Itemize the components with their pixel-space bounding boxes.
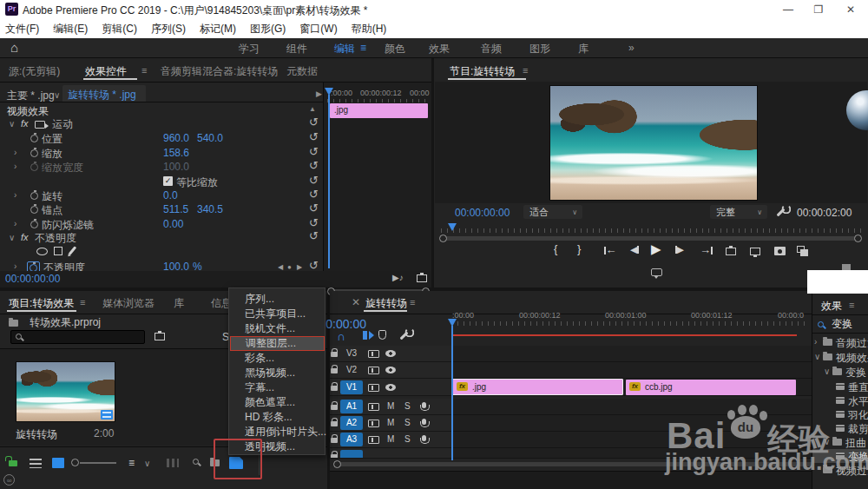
previous-keyframe-icon[interactable]: ◀ — [278, 263, 283, 271]
clip-name[interactable]: 旋转转场 — [16, 427, 57, 442]
comment-bubble-icon[interactable] — [651, 268, 662, 276]
track-name-v1[interactable]: V1 — [340, 380, 363, 394]
track-content-v2[interactable] — [451, 362, 868, 379]
stopwatch-icon[interactable] — [30, 206, 38, 214]
mark-in-icon[interactable]: { — [554, 242, 557, 255]
lock-icon[interactable] — [331, 405, 338, 410]
flyout-icon[interactable]: ▶ — [316, 89, 322, 98]
reset-icon[interactable]: ↺ — [309, 203, 319, 214]
chevron-right-icon[interactable]: › — [14, 162, 16, 171]
reset-icon[interactable]: ↺ — [309, 261, 319, 271]
scale-value[interactable]: 158.6 — [163, 147, 189, 159]
program-scrollbar[interactable] — [441, 236, 861, 241]
track-name-a1[interactable]: A1 — [340, 400, 363, 413]
program-playhead-marker[interactable] — [448, 223, 457, 231]
icon-view-icon[interactable] — [52, 458, 64, 468]
settings-wrench-icon[interactable] — [777, 208, 786, 217]
workspace-overflow-icon[interactable]: » — [628, 42, 635, 54]
panel-menu-icon[interactable]: ≡ — [410, 297, 415, 307]
tab-metadata[interactable]: 元数据 — [286, 64, 318, 79]
track-content-master-partial[interactable] — [451, 448, 868, 459]
effects-tree-item[interactable]: 水平翻转 — [812, 393, 868, 407]
toggle-track-output-eye-icon[interactable] — [385, 384, 396, 391]
mini-clip[interactable]: .jpg — [330, 103, 428, 118]
reset-icon[interactable]: ↺ — [309, 218, 319, 228]
ellipse-mask-icon[interactable] — [36, 248, 48, 255]
restore-button[interactable]: ❐ — [810, 1, 827, 18]
timeline-clip-jpg[interactable]: fx .jpg — [452, 379, 623, 395]
close-tab-icon[interactable]: ✕ — [352, 296, 360, 308]
chevron-down-icon[interactable]: ∨ — [144, 459, 150, 468]
effects-tree-item[interactable]: ∨ 扭曲 — [812, 435, 868, 449]
lock-icon[interactable] — [331, 368, 338, 373]
zoom-slider-track[interactable] — [80, 462, 116, 464]
panel-menu-icon[interactable]: ≡ — [80, 297, 85, 307]
effects-tree-item[interactable]: 裁剪 — [812, 421, 868, 435]
source-patch-icon[interactable] — [368, 384, 379, 392]
lock-icon[interactable] — [331, 386, 338, 391]
effects-tree-item[interactable]: 羽化边缘 — [812, 407, 868, 421]
section-collapse-icon[interactable]: ▲ — [309, 105, 316, 113]
opacity-group-label[interactable]: 不透明度 — [35, 231, 76, 246]
scroll-handle-right[interactable] — [854, 235, 862, 242]
menu-item-color-matte[interactable]: 颜色遮罩... — [230, 395, 325, 410]
workspace-tab-libraries[interactable]: 库 — [578, 42, 589, 56]
export-frame-icon[interactable] — [774, 247, 786, 255]
lock-icon[interactable] — [331, 454, 338, 459]
tab-effect-controls[interactable]: 效果控件 — [85, 64, 127, 79]
source-patch-icon[interactable] — [368, 350, 379, 358]
tab-effects[interactable]: 效果 — [821, 299, 842, 314]
reset-icon[interactable]: ↺ — [309, 189, 319, 200]
comparison-view-icon[interactable] — [797, 246, 805, 253]
workspace-tab-editing-menu-icon[interactable]: ≡ — [360, 42, 366, 54]
menu-markers[interactable]: 标记(M) — [200, 22, 236, 36]
panel-menu-icon[interactable]: ≡ — [849, 300, 854, 310]
sequence-clip-tab[interactable]: 旋转转场 * .jpg — [62, 85, 146, 102]
scroll-handle-left[interactable] — [439, 235, 447, 242]
chevron-down-icon[interactable]: ∨ — [824, 367, 830, 376]
chevron-right-icon[interactable]: › — [14, 261, 16, 271]
chevron-right-icon[interactable]: › — [14, 219, 16, 228]
mute-button[interactable]: M — [387, 434, 394, 444]
workspace-tab-graphics[interactable]: 图形 — [529, 42, 550, 56]
list-view-icon[interactable] — [30, 459, 42, 468]
tab-program-monitor[interactable]: 节目:旋转转场 — [450, 64, 515, 79]
snap-magnet-icon[interactable]: ∩ — [337, 329, 345, 343]
writable-unlock-icon[interactable] — [9, 460, 17, 466]
mute-button[interactable]: M — [387, 401, 394, 411]
antiflicker-value[interactable]: 0.00 — [163, 218, 183, 230]
panel-menu-icon[interactable]: ≡ — [523, 65, 528, 76]
menu-graphics[interactable]: 图形(G) — [250, 22, 286, 36]
uniform-scale-checkbox[interactable]: ✓ — [163, 176, 173, 186]
menu-sequence[interactable]: 序列(S) — [151, 22, 186, 36]
effects-tree-item[interactable]: 垂直翻转 — [812, 380, 868, 393]
voiceover-mic-icon[interactable] — [422, 419, 426, 425]
lock-icon[interactable] — [331, 352, 338, 357]
go-to-in-icon[interactable]: ← — [604, 243, 617, 256]
track-name-a2[interactable]: A2 — [340, 416, 363, 430]
scroll-handle-left[interactable] — [333, 460, 341, 468]
tab-media-browser[interactable]: 媒体浏览器 — [102, 296, 155, 311]
track-content-a2[interactable] — [451, 415, 868, 432]
search-in-bin-icon[interactable] — [155, 333, 165, 340]
menu-item-captions[interactable]: 字幕... — [230, 380, 325, 395]
timeline-clip-ccb[interactable]: fx ccb.jpg — [626, 380, 796, 395]
track-name-a3[interactable]: A3 — [340, 433, 363, 446]
effect-controls-timecode[interactable]: 00:00:00:00 — [5, 273, 60, 285]
timeline-settings-wrench-icon[interactable] — [400, 332, 409, 340]
workspace-tab-color[interactable]: 颜色 — [385, 42, 405, 56]
track-name-v2[interactable]: V2 — [340, 363, 363, 377]
menu-item-hd-bars[interactable]: HD 彩条... — [230, 410, 325, 425]
track-content-a3[interactable] — [451, 432, 868, 448]
reset-icon[interactable]: ↺ — [309, 132, 319, 142]
tab-libraries[interactable]: 库 — [174, 296, 184, 311]
source-patch-icon[interactable] — [368, 420, 379, 427]
linked-selection-icon[interactable] — [369, 331, 374, 340]
chevron-down-icon[interactable]: ∨ — [814, 352, 820, 361]
stopwatch-icon[interactable] — [30, 221, 38, 228]
mark-out-icon[interactable]: } — [577, 242, 581, 255]
effects-tree-item[interactable]: ∨ 视频效果 — [812, 350, 868, 364]
workspace-tab-learning[interactable]: 学习 — [239, 42, 260, 56]
toggle-track-output-eye-icon[interactable] — [385, 350, 396, 357]
stopwatch-icon[interactable] — [30, 163, 38, 171]
